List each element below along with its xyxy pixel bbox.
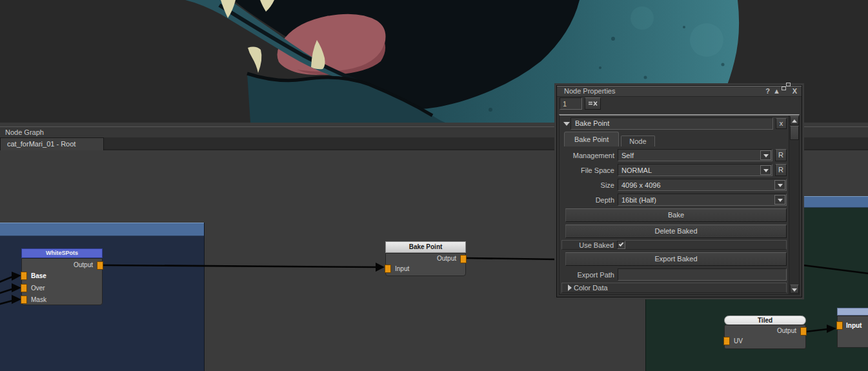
node-body[interactable]: Output Base Over Mask — [21, 258, 103, 305]
file-space-label: File Space — [561, 166, 614, 174]
close-button[interactable]: X — [791, 86, 799, 95]
node-title[interactable]: Bake Point — [385, 241, 466, 253]
base-port[interactable] — [21, 272, 27, 280]
selection-count-input[interactable] — [560, 97, 582, 110]
triangle-up-icon — [792, 119, 797, 123]
port-label: Output — [74, 261, 93, 268]
collapse-button[interactable] — [561, 118, 570, 129]
output-port[interactable] — [460, 255, 467, 263]
dropdown-arrow-button[interactable] — [774, 195, 785, 205]
management-row: Management Self R — [561, 149, 787, 161]
tab-bar: Bake Point Node — [561, 132, 787, 146]
triangle-right-icon — [568, 285, 572, 291]
node-whitespots[interactable]: WhiteSPots Output Base Over Mask — [21, 248, 103, 305]
section-header-bake-point: Bake Point x — [561, 117, 787, 130]
node-bake-point[interactable]: Bake Point Output Input — [385, 241, 466, 276]
pin-icon — [588, 100, 598, 107]
bake-button[interactable]: Bake — [565, 208, 787, 222]
port-label: Input — [395, 265, 409, 272]
size-row: Size 4096 x 4096 — [561, 179, 787, 191]
skin-highlight — [631, 6, 654, 30]
tab-cat-formari-root[interactable]: cat_forMari_01 - Root — [0, 137, 104, 150]
port-label: Over — [31, 285, 45, 292]
chevron-down-icon — [778, 184, 783, 187]
port-label: Base — [31, 272, 46, 279]
output-port[interactable] — [800, 327, 807, 336]
tab-node[interactable]: Node — [621, 135, 654, 146]
port-label: UV — [734, 337, 743, 345]
tab-bake-point[interactable]: Bake Point — [564, 132, 619, 146]
uv-port[interactable] — [723, 337, 730, 345]
color-data-expander[interactable]: Color Data — [561, 283, 787, 293]
expand-button[interactable] — [565, 283, 574, 292]
size-dropdown[interactable]: 4096 x 4096 — [618, 179, 787, 191]
mari-application-window: Node Graph cat_forMari_01 - Root — [0, 0, 868, 371]
node-tiled[interactable]: Tiled Output UV — [724, 316, 806, 349]
export-baked-button[interactable]: Export Baked — [565, 252, 787, 266]
scrollbar-thumb[interactable] — [790, 126, 799, 140]
use-baked-checkbox[interactable] — [617, 241, 625, 249]
node-body[interactable]: Output Input — [385, 253, 466, 276]
use-baked-label: Use Baked — [562, 241, 614, 249]
node-title[interactable]: WhiteSPots — [21, 248, 103, 258]
reset-button[interactable]: R — [775, 149, 787, 161]
chevron-down-icon — [763, 169, 769, 172]
node-header[interactable] — [837, 308, 868, 316]
skin-highlight — [690, 23, 723, 57]
color-data-label: Color Data — [574, 284, 608, 292]
section-title: Bake Point — [570, 117, 773, 130]
port-label: Output — [777, 327, 796, 334]
node-title[interactable]: Tiled — [724, 316, 806, 325]
pin-properties-button[interactable] — [585, 97, 601, 110]
port-label: Mask — [31, 296, 46, 303]
triangle-down-icon — [563, 122, 570, 126]
panel-scrollbar — [789, 115, 799, 294]
over-port[interactable] — [21, 284, 27, 292]
node-body[interactable]: Output UV — [724, 325, 806, 349]
management-label: Management — [561, 152, 614, 159]
chevron-down-icon — [778, 199, 783, 202]
chevron-down-icon — [763, 154, 769, 157]
node-properties-panel: Node Properties ? ▲ X Bake Point x — [556, 85, 802, 297]
reset-button[interactable]: R — [775, 164, 787, 176]
fang-icon — [248, 47, 261, 73]
delete-baked-button[interactable]: Delete Baked — [565, 225, 787, 238]
dropdown-arrow-button[interactable] — [760, 165, 771, 175]
file-space-row: File Space NORMAL R — [561, 164, 787, 176]
dropdown-value: 16bit (Half) — [618, 196, 774, 204]
wire-bakepoint-output — [466, 258, 558, 259]
input-port[interactable] — [836, 321, 843, 330]
dropdown-value: 4096 x 4096 — [618, 181, 774, 189]
section-close-button[interactable]: x — [776, 118, 787, 129]
input-port[interactable] — [385, 265, 391, 273]
node-right-edge[interactable]: Input — [837, 308, 868, 348]
depth-label: Depth — [561, 196, 614, 204]
panel-title: Node Properties — [564, 87, 616, 95]
output-port[interactable] — [97, 261, 103, 270]
export-path-input[interactable] — [618, 268, 787, 281]
export-path-row: Export Path — [561, 268, 787, 281]
export-path-label: Export Path — [561, 271, 614, 279]
management-dropdown[interactable]: Self — [618, 149, 772, 161]
port-label: Input — [846, 322, 862, 329]
window-buttons: ? ▲ X — [763, 86, 799, 96]
shade-button[interactable]: ▲ — [772, 86, 781, 95]
dropdown-arrow-button[interactable] — [760, 150, 771, 160]
file-space-dropdown[interactable]: NORMAL — [618, 164, 772, 176]
backdrop-header[interactable] — [0, 223, 204, 236]
port-label: Output — [437, 255, 456, 262]
dropdown-arrow-button[interactable] — [774, 180, 785, 190]
depth-dropdown[interactable]: 16bit (Half) — [618, 194, 787, 206]
use-baked-row: Use Baked — [561, 240, 787, 250]
depth-row: Depth 16bit (Half) — [561, 194, 787, 206]
triangle-down-icon — [792, 288, 797, 292]
node-body[interactable]: Input — [837, 316, 868, 348]
check-icon — [619, 241, 624, 246]
size-label: Size — [561, 181, 614, 189]
mask-port[interactable] — [21, 296, 27, 304]
scroll-down-button[interactable] — [790, 285, 799, 294]
scroll-up-button[interactable] — [790, 116, 799, 125]
panel-content-frame: Bake Point x Bake Point Node Management … — [559, 114, 800, 295]
help-button[interactable]: ? — [763, 86, 772, 95]
float-button[interactable] — [782, 86, 790, 95]
